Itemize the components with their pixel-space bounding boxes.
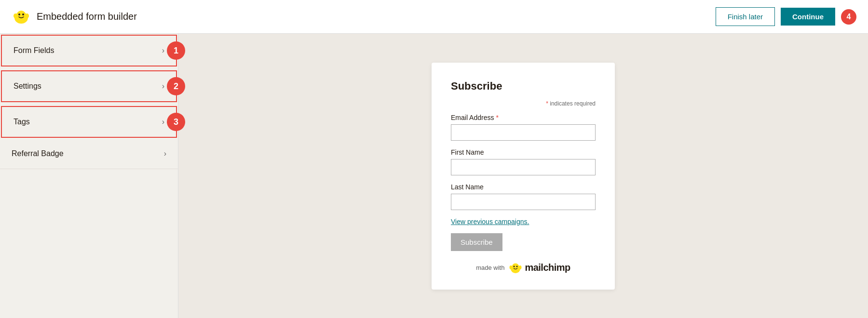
- sidebar: Form Fields › 1 Settings › 2 Tags › 3 Re…: [0, 34, 178, 318]
- svg-point-7: [512, 263, 519, 270]
- required-star: *: [546, 100, 548, 107]
- app-title: Embedded form builder: [37, 11, 137, 22]
- last-name-field-group: Last Name: [451, 183, 596, 210]
- required-note-text: indicates required: [550, 100, 596, 107]
- mailchimp-brand-name: mailchimp: [525, 262, 570, 273]
- email-required-star: *: [496, 114, 498, 121]
- last-name-input[interactable]: [451, 194, 596, 210]
- sidebar-item-referral-badge[interactable]: Referral Badge ›: [0, 139, 178, 169]
- form-title: Subscribe: [451, 80, 596, 93]
- email-input[interactable]: [451, 124, 596, 141]
- step-3-badge: 3: [167, 113, 185, 131]
- chevron-right-icon: ›: [164, 149, 166, 158]
- mailchimp-monkey-icon: [508, 261, 523, 275]
- required-note: * indicates required: [451, 100, 596, 107]
- app-header: Embedded form builder Finish later Conti…: [0, 0, 868, 34]
- mailchimp-footer: made with mailchimp: [451, 261, 596, 275]
- email-field-group: Email Address *: [451, 114, 596, 141]
- svg-point-8: [514, 265, 515, 267]
- sidebar-item-form-fields[interactable]: Form Fields › 1: [1, 35, 177, 66]
- svg-point-3: [22, 13, 24, 15]
- step-1-badge: 1: [167, 41, 185, 60]
- last-name-label: Last Name: [451, 183, 596, 191]
- chevron-right-icon: ›: [162, 46, 164, 55]
- svg-point-4: [14, 13, 17, 18]
- svg-point-11: [519, 265, 522, 269]
- content-area: Subscribe * indicates required Email Add…: [178, 34, 868, 318]
- made-with-text: made with: [476, 264, 504, 271]
- svg-point-5: [25, 13, 29, 18]
- chevron-right-icon: ›: [162, 82, 164, 91]
- svg-point-2: [18, 13, 20, 15]
- step-2-badge: 2: [167, 77, 185, 95]
- svg-point-9: [516, 265, 518, 267]
- view-campaigns-link[interactable]: View previous campaigns.: [451, 218, 596, 225]
- svg-point-1: [16, 11, 26, 20]
- chevron-right-icon: ›: [162, 118, 164, 126]
- first-name-label: First Name: [451, 148, 596, 156]
- header-actions: Finish later Continue 4: [716, 7, 856, 26]
- first-name-field-group: First Name: [451, 148, 596, 175]
- sidebar-item-settings[interactable]: Settings › 2: [1, 70, 177, 102]
- sidebar-item-settings-label: Settings: [14, 82, 41, 91]
- main-layout: Form Fields › 1 Settings › 2 Tags › 3 Re…: [0, 34, 868, 318]
- header-logo-area: Embedded form builder: [12, 7, 137, 26]
- first-name-input[interactable]: [451, 159, 596, 175]
- step-indicator: 4: [841, 9, 856, 25]
- finish-later-button[interactable]: Finish later: [716, 7, 775, 26]
- continue-button[interactable]: Continue: [781, 8, 835, 26]
- mailchimp-logo-icon: [12, 7, 31, 26]
- sidebar-item-form-fields-label: Form Fields: [14, 46, 54, 55]
- form-preview-card: Subscribe * indicates required Email Add…: [432, 63, 615, 290]
- svg-point-10: [510, 265, 513, 269]
- mailchimp-brand: mailchimp: [508, 261, 570, 275]
- sidebar-item-referral-badge-label: Referral Badge: [12, 149, 64, 158]
- subscribe-button[interactable]: Subscribe: [451, 233, 502, 251]
- sidebar-item-tags[interactable]: Tags › 3: [1, 106, 177, 138]
- email-label: Email Address *: [451, 114, 596, 121]
- sidebar-item-tags-label: Tags: [14, 118, 30, 126]
